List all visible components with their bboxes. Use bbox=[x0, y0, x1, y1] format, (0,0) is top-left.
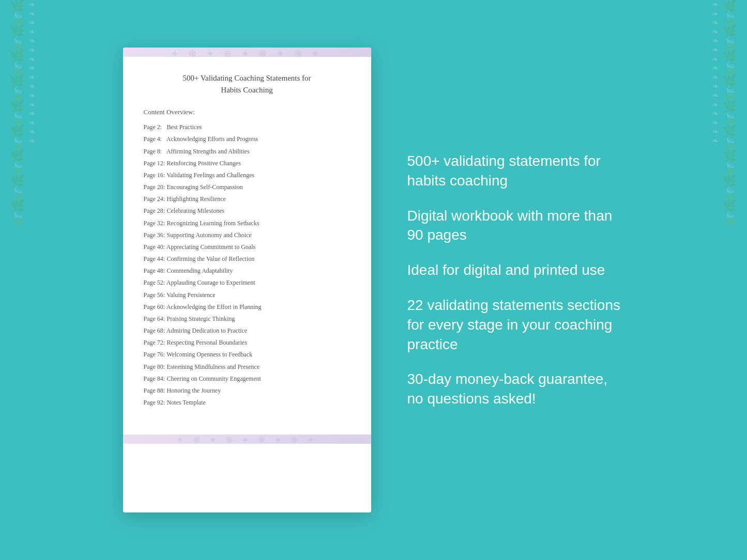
toc-item: Page 48: Commending Adaptability bbox=[144, 265, 350, 277]
doc-footer-decoration: ✦ ❋ ✦ ❋ ✦ ❋ ✦ ❋ ✦ bbox=[123, 434, 371, 446]
doc-header-decoration: ✦ ❋ ✦ ❋ ✦ ❋ ✦ ❋ ✦ bbox=[123, 48, 371, 60]
toc-title: Highlighting Resilience bbox=[165, 195, 226, 203]
toc-item: Page 76: Welcoming Openness to Feedback bbox=[144, 349, 350, 361]
toc-page-number: Page 8: bbox=[144, 147, 165, 156]
toc-page-number: Page 64: bbox=[144, 315, 165, 323]
toc-title: Commending Adaptability bbox=[165, 267, 233, 274]
feature-item-0: 500+ validating statements for habits co… bbox=[407, 151, 624, 191]
toc-item: Page 32: Recognizing Learning from Setba… bbox=[144, 217, 350, 229]
toc-item: Page 36: Supporting Autonomy and Choice bbox=[144, 229, 350, 241]
toc-title: Esteeming Mindfulness and Presence bbox=[165, 363, 260, 370]
toc-title: Admiring Dedication to Practice bbox=[165, 327, 248, 334]
toc-title: Encouraging Self-Compassion bbox=[165, 183, 243, 191]
toc-title: Confirming the Value of Reflection bbox=[165, 255, 255, 262]
toc-item: Page 80: Esteeming Mindfulness and Prese… bbox=[144, 361, 350, 372]
toc-item: Page 20: Encouraging Self-Compassion bbox=[144, 181, 350, 193]
toc-title: Applauding Courage to Experiment bbox=[165, 279, 255, 286]
doc-content: 500+ Validating Coaching Statements for … bbox=[123, 57, 371, 424]
toc-item: Page 28: Celebrating Milestones bbox=[144, 205, 350, 217]
toc-item: Page 8: Affirming Strengths and Abilitie… bbox=[144, 145, 350, 157]
toc-title: Cheering on Community Engagement bbox=[165, 375, 261, 382]
toc-page-number: Page 56: bbox=[144, 291, 165, 300]
toc-item: Page 44: Confirming the Value of Reflect… bbox=[144, 253, 350, 265]
toc-item: Page 68: Admiring Dedication to Practice bbox=[144, 325, 350, 337]
toc-item: Page 92: Notes Template bbox=[144, 397, 350, 409]
toc-title: Notes Template bbox=[165, 399, 206, 406]
toc-item: Page 40: Appreciating Commitment to Goal… bbox=[144, 241, 350, 253]
table-of-contents: Page 2: Best PracticesPage 4: Acknowledg… bbox=[144, 121, 350, 409]
toc-page-number: Page 72: bbox=[144, 338, 165, 347]
toc-page-number: Page 16: bbox=[144, 171, 165, 180]
toc-title: Valuing Persistence bbox=[165, 291, 216, 299]
toc-title: Honoring the Journey bbox=[165, 387, 221, 394]
toc-page-number: Page 44: bbox=[144, 255, 165, 263]
main-layout: ✦ ❋ ✦ ❋ ✦ ❋ ✦ ❋ ✦ 500+ Validating Coachi… bbox=[0, 27, 747, 533]
toc-title: Acknowledging the Effort in Planning bbox=[165, 303, 262, 310]
feature-item-3: 22 validating statements sections for ev… bbox=[407, 295, 624, 354]
toc-page-number: Page 12: bbox=[144, 159, 165, 168]
toc-page-number: Page 68: bbox=[144, 326, 165, 335]
toc-page-number: Page 76: bbox=[144, 350, 165, 359]
toc-title: Recognizing Learning from Setbacks bbox=[165, 220, 260, 227]
toc-page-number: Page 2: bbox=[144, 123, 165, 132]
doc-bottom-border: ✦ ❋ ✦ ❋ ✦ ❋ ✦ ❋ ✦ bbox=[123, 434, 371, 444]
content-overview-label: Content Overview: bbox=[144, 108, 350, 116]
toc-item: Page 60: Acknowledging the Effort in Pla… bbox=[144, 301, 350, 313]
toc-item: Page 16: Validating Feelings and Challen… bbox=[144, 169, 350, 181]
toc-title: Acknowledging Efforts and Progress bbox=[165, 135, 258, 143]
toc-title: Respecting Personal Boundaries bbox=[165, 339, 247, 346]
toc-item: Page 72: Respecting Personal Boundaries bbox=[144, 337, 350, 349]
toc-title: Praising Strategic Thinking bbox=[165, 315, 235, 322]
toc-title: Reinforcing Positive Changes bbox=[165, 160, 241, 167]
toc-page-number: Page 60: bbox=[144, 303, 165, 312]
toc-item: Page 12: Reinforcing Positive Changes bbox=[144, 158, 350, 169]
feature-item-1: Digital workbook with more than 90 pages bbox=[407, 206, 624, 245]
toc-item: Page 88: Honoring the Journey bbox=[144, 385, 350, 397]
toc-title: Celebrating Milestones bbox=[165, 207, 225, 214]
doc-top-border: ✦ ❋ ✦ ❋ ✦ ❋ ✦ ❋ ✦ bbox=[123, 48, 371, 57]
toc-page-number: Page 24: bbox=[144, 195, 165, 204]
toc-page-number: Page 48: bbox=[144, 267, 165, 275]
toc-page-number: Page 20: bbox=[144, 183, 165, 192]
toc-title: Welcoming Openness to Feedback bbox=[165, 351, 253, 358]
feature-item-2: Ideal for digital and printed use bbox=[407, 260, 624, 280]
toc-page-number: Page 32: bbox=[144, 219, 165, 228]
toc-title: Supporting Autonomy and Choice bbox=[165, 231, 252, 239]
toc-title: Best Practices bbox=[165, 123, 202, 131]
info-panel: 500+ validating statements for habits co… bbox=[402, 151, 624, 409]
toc-title: Appreciating Commitment to Goals bbox=[165, 243, 256, 251]
toc-title: Affirming Strengths and Abilities bbox=[165, 148, 250, 155]
feature-item-4: 30-day money-back guarantee, no question… bbox=[407, 369, 624, 409]
toc-page-number: Page 28: bbox=[144, 207, 165, 215]
document-preview: ✦ ❋ ✦ ❋ ✦ ❋ ✦ ❋ ✦ 500+ Validating Coachi… bbox=[123, 48, 371, 512]
toc-item: Page 24: Highlighting Resilience bbox=[144, 193, 350, 205]
toc-item: Page 52: Applauding Courage to Experimen… bbox=[144, 277, 350, 289]
toc-page-number: Page 40: bbox=[144, 243, 165, 252]
toc-page-number: Page 84: bbox=[144, 375, 165, 383]
toc-page-number: Page 80: bbox=[144, 363, 165, 371]
toc-item: Page 64: Praising Strategic Thinking bbox=[144, 313, 350, 325]
toc-page-number: Page 92: bbox=[144, 398, 165, 407]
toc-item: Page 4: Acknowledging Efforts and Progre… bbox=[144, 133, 350, 145]
toc-page-number: Page 52: bbox=[144, 278, 165, 287]
toc-item: Page 2: Best Practices bbox=[144, 121, 350, 133]
document-title: 500+ Validating Coaching Statements for … bbox=[144, 72, 350, 96]
toc-page-number: Page 88: bbox=[144, 386, 165, 395]
toc-item: Page 84: Cheering on Community Engagemen… bbox=[144, 373, 350, 385]
toc-page-number: Page 36: bbox=[144, 231, 165, 240]
toc-title: Validating Feelings and Challenges bbox=[165, 172, 254, 179]
toc-item: Page 56: Valuing Persistence bbox=[144, 289, 350, 301]
toc-page-number: Page 4: bbox=[144, 135, 165, 144]
